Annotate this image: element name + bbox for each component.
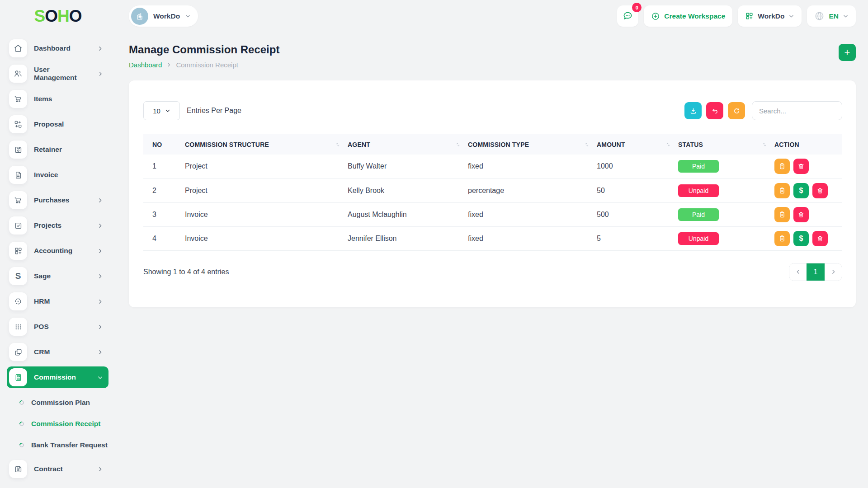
status-badge: Unpaid xyxy=(678,184,719,197)
sort-icon xyxy=(584,142,590,147)
pagination-prev-button[interactable] xyxy=(789,263,807,281)
delete-button[interactable] xyxy=(812,231,828,246)
bullet-icon xyxy=(19,441,25,448)
cell-type: fixed xyxy=(468,155,597,178)
view-receipt-button[interactable] xyxy=(774,231,790,246)
messages-button[interactable]: 0 xyxy=(617,5,638,27)
export-button[interactable] xyxy=(684,102,702,119)
bullet-icon xyxy=(19,420,25,427)
chevron-right-icon xyxy=(97,273,103,279)
calculator-icon xyxy=(9,368,27,386)
search-input[interactable] xyxy=(752,101,842,120)
chevron-right-icon xyxy=(97,223,103,229)
sidebar-item-items[interactable]: Items xyxy=(7,88,108,110)
invoice-icon xyxy=(778,187,786,194)
reset-button[interactable] xyxy=(706,102,723,119)
app-switcher-button[interactable]: WorkDo xyxy=(738,5,802,27)
sidebar-subitem-commission-plan[interactable]: Commission Plan xyxy=(7,392,108,413)
plus-circle-icon xyxy=(651,12,660,21)
sidebar-item-label: Proposal xyxy=(34,120,64,128)
cell-no: 3 xyxy=(143,202,185,226)
sidebar-item-pos[interactable]: POS xyxy=(7,316,108,338)
sort-icon xyxy=(455,142,461,147)
save-icon xyxy=(9,460,27,478)
trash-icon xyxy=(816,235,824,242)
logo-letter: O xyxy=(69,7,82,25)
entries-per-page-value: 10 xyxy=(153,107,160,115)
sidebar-item-commission[interactable]: Commission xyxy=(7,366,108,388)
plus-icon: + xyxy=(844,47,850,58)
sidebar-item-crm[interactable]: CRM xyxy=(7,341,108,363)
table-controls: 10 Entries Per Page xyxy=(143,101,842,120)
cell-structure: Project xyxy=(185,178,348,202)
sidebar-item-retainer[interactable]: Retainer xyxy=(7,139,108,160)
view-receipt-button[interactable] xyxy=(774,183,790,198)
view-receipt-button[interactable] xyxy=(774,159,790,174)
sidebar-item-invoice[interactable]: Invoice xyxy=(7,164,108,186)
column-header-amount[interactable]: AMOUNT xyxy=(597,134,678,155)
globe-icon xyxy=(814,11,825,21)
delete-button[interactable] xyxy=(793,207,809,222)
commission-receipt-card: 10 Entries Per Page xyxy=(129,80,856,307)
logo-letter: O xyxy=(45,7,57,25)
sidebar-subitem-bank-transfer-request[interactable]: Bank Transfer Request xyxy=(7,434,108,455)
trash-icon xyxy=(797,163,805,170)
chevron-right-icon xyxy=(166,62,171,67)
logo-letter: S xyxy=(34,7,45,25)
sidebar-item-contract[interactable]: Contract xyxy=(7,458,108,480)
download-icon xyxy=(689,107,697,115)
sidebar-item-proposal[interactable]: Proposal xyxy=(7,113,108,135)
pay-button[interactable]: $ xyxy=(793,183,809,198)
delete-button[interactable] xyxy=(812,183,828,198)
breadcrumb-dashboard-link[interactable]: Dashboard xyxy=(129,61,162,69)
sidebar-item-label: POS xyxy=(34,323,49,331)
page-title: Manage Commission Receipt xyxy=(129,43,279,56)
grid-dots-icon xyxy=(9,318,27,336)
brand-logo: SOHO xyxy=(0,7,116,26)
cell-type: percentage xyxy=(468,178,597,202)
view-receipt-button[interactable] xyxy=(774,207,790,222)
column-header-status[interactable]: STATUS xyxy=(678,134,774,155)
check-square-icon xyxy=(9,216,27,235)
bullet-icon xyxy=(19,399,25,405)
cell-amount: 50 xyxy=(597,178,678,202)
sort-icon xyxy=(335,142,340,147)
sidebar-item-hrm[interactable]: HRM xyxy=(7,291,108,312)
grid-plus-icon xyxy=(9,242,27,260)
add-commission-receipt-button[interactable]: + xyxy=(839,44,856,61)
copy-icon xyxy=(9,343,27,361)
create-workspace-button[interactable]: Create Workspace xyxy=(644,5,732,27)
sidebar-item-projects[interactable]: Projects xyxy=(7,215,108,236)
grid-plus-icon xyxy=(745,12,754,20)
pay-button[interactable]: $ xyxy=(793,231,809,246)
status-badge: Paid xyxy=(678,208,719,221)
sidebar-item-user-management[interactable]: User Management xyxy=(7,63,108,84)
cart-icon xyxy=(9,191,27,209)
sidebar-subitem-commission-receipt[interactable]: Commission Receipt xyxy=(7,413,108,434)
pagination-next-button[interactable] xyxy=(825,263,842,281)
column-header-agent[interactable]: AGENT xyxy=(348,134,468,155)
undo-icon xyxy=(711,107,719,115)
sidebar-item-purchases[interactable]: Purchases xyxy=(7,189,108,211)
sidebar-subitem-label: Commission Receipt xyxy=(31,420,100,428)
chevron-down-icon xyxy=(97,375,103,380)
chevron-down-icon xyxy=(185,13,191,19)
users-icon xyxy=(9,65,27,83)
main-content: Manage Commission Receipt Dashboard Comm… xyxy=(116,32,868,488)
workspace-dropdown[interactable]: WorkDo xyxy=(129,5,198,27)
cell-amount: 1000 xyxy=(597,155,678,178)
entries-per-page-select[interactable]: 10 xyxy=(143,101,180,120)
language-selector[interactable]: EN xyxy=(807,5,856,27)
row-actions xyxy=(774,207,842,222)
refresh-icon xyxy=(733,107,741,115)
pagination-current-page[interactable]: 1 xyxy=(807,263,825,281)
cell-agent: Kelly Brook xyxy=(348,178,468,202)
column-header-commission-structure[interactable]: COMMISSION STRUCTURE xyxy=(185,134,348,155)
column-header-commission-type[interactable]: COMMISSION TYPE xyxy=(468,134,597,155)
refresh-button[interactable] xyxy=(728,102,745,119)
sidebar-item-dashboard[interactable]: Dashboard xyxy=(7,38,108,59)
cell-type: fixed xyxy=(468,202,597,226)
sidebar-item-sage[interactable]: S Sage xyxy=(7,265,108,287)
sidebar-item-accounting[interactable]: Accounting xyxy=(7,240,108,262)
delete-button[interactable] xyxy=(793,159,809,174)
